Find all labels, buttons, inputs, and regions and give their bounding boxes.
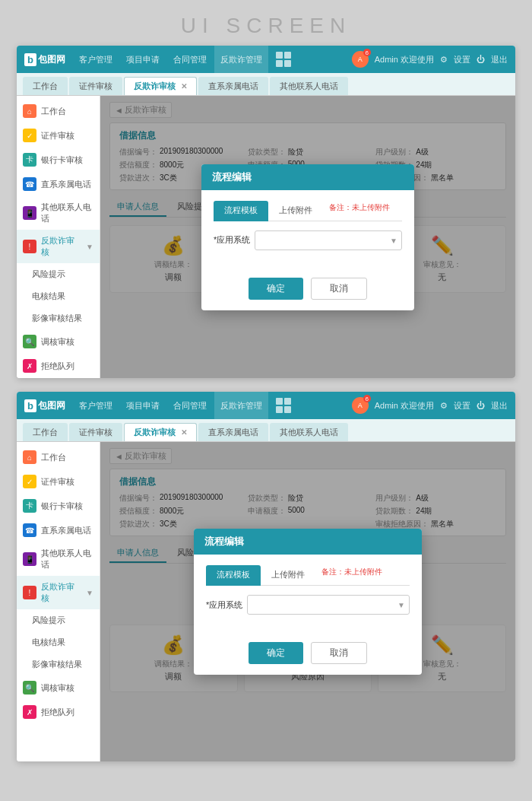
settings-icon-1[interactable]: ⚙ xyxy=(440,55,448,65)
sidebar2-icon-bank: 卡 xyxy=(23,499,36,513)
confirm-button-1[interactable]: 确定 xyxy=(249,278,303,300)
settings-label-1[interactable]: 设置 xyxy=(454,54,470,65)
modal-footer-2: 确定 取消 xyxy=(194,634,422,675)
top-nav-items-2: 客户管理 项目申请 合同管理 反欺诈管理 xyxy=(73,392,352,419)
sidebar2-family-phone[interactable]: ☎ 直系亲属电话 xyxy=(17,518,100,542)
logo-2: b 包图网 xyxy=(24,399,65,412)
sidebar-label-cert: 证件审核 xyxy=(41,130,74,141)
sidebar2-label-electric: 电核结果 xyxy=(32,637,65,648)
sidebar-item-image[interactable]: 影像审核结果 xyxy=(17,307,100,329)
nav-item-project[interactable]: 项目申请 xyxy=(120,46,166,73)
sidebar2-label-adjust: 调核审核 xyxy=(41,682,74,694)
sidebar-item-family-phone[interactable]: ☎ 直系亲属电话 xyxy=(17,172,100,196)
modal-tab-template[interactable]: 流程模板 xyxy=(214,201,268,221)
confirm-button-2[interactable]: 确定 xyxy=(249,642,303,664)
logout-label-1[interactable]: 退出 xyxy=(491,54,508,65)
sidebar2-icon-cert: ✓ xyxy=(23,475,36,488)
sidebar-label-family: 直系亲属电话 xyxy=(41,179,91,190)
sidebar-icon-reject: ✗ xyxy=(23,359,36,373)
tab2-cert[interactable]: 证件审核 xyxy=(69,423,122,441)
nav-item-fraud[interactable]: 反欺诈管理 xyxy=(214,46,268,73)
avatar-1: A6 xyxy=(352,51,369,68)
sidebar-item-risk[interactable]: 风险提示 xyxy=(17,263,100,285)
tab2-family[interactable]: 直系亲属电话 xyxy=(198,423,268,441)
tab-workbench-1[interactable]: 工作台 xyxy=(23,77,68,95)
tab-other-1[interactable]: 其他联系人电话 xyxy=(270,77,348,95)
sidebar-item-reject[interactable]: ✗ 拒绝队列 xyxy=(17,354,100,378)
panel-2: b 包图网 客户管理 项目申请 合同管理 反欺诈管理 A6 Admin 欢迎使用… xyxy=(17,392,515,761)
sidebar2-adjust[interactable]: 🔍 调核审核 xyxy=(17,675,100,700)
sidebar2-other-phone[interactable]: 📱 其他联系人电话 xyxy=(17,542,100,576)
grid-icon-1[interactable] xyxy=(276,52,291,67)
main-area-1: ⌂ 工作台 ✓ 证件审核 卡 银行卡审核 ☎ 直系亲属电话 📱 其他联系人电话 … xyxy=(17,96,515,378)
sidebar2-label-risk: 风险提示 xyxy=(32,615,65,626)
nav2-item-fraud[interactable]: 反欺诈管理 xyxy=(214,392,268,419)
sidebar2-icon-family: ☎ xyxy=(23,523,36,537)
sidebar2-cert[interactable]: ✓ 证件审核 xyxy=(17,469,100,494)
sidebar-item-electric[interactable]: 电核结果 xyxy=(17,285,100,307)
sidebar-item-other-phone[interactable]: 📱 其他联系人电话 xyxy=(17,196,100,230)
sidebar2-icon-workbench: ⌂ xyxy=(23,450,36,464)
sidebar-icon-other: 📱 xyxy=(23,206,36,220)
sidebar2-reject[interactable]: ✗ 拒绝队列 xyxy=(17,700,100,724)
tab2-other[interactable]: 其他联系人电话 xyxy=(270,423,348,441)
settings-label-2[interactable]: 设置 xyxy=(454,400,470,412)
modal2-tab-upload[interactable]: 上传附件 xyxy=(261,565,315,586)
nav-item-contract[interactable]: 合同管理 xyxy=(167,46,213,73)
sidebar2-image[interactable]: 影像审核结果 xyxy=(17,653,100,675)
settings-icon-2[interactable]: ⚙ xyxy=(440,401,448,411)
modal2-select-wrap: ▼ xyxy=(247,595,410,615)
cancel-button-2[interactable]: 取消 xyxy=(311,642,367,664)
modal-overlay-1: 流程编辑 流程模板 上传附件 备注：未上传附件 *应用系统 ▼ xyxy=(100,96,515,378)
page-content-2: ◄ 反欺诈审核 借据信息 借据编号： 201909180300000 贷款类型：… xyxy=(100,442,515,761)
modal-tab-upload[interactable]: 上传附件 xyxy=(268,201,323,221)
avatar-2: A6 xyxy=(352,397,369,414)
sidebar2-label-reject: 拒绝队列 xyxy=(41,707,74,718)
sidebar2-bank[interactable]: 卡 银行卡审核 xyxy=(17,494,100,518)
modal-field-2: *应用系统 ▼ xyxy=(206,595,410,615)
sidebar2-label-image: 影像审核结果 xyxy=(32,659,82,670)
logout-label-2[interactable]: 退出 xyxy=(491,400,508,412)
top-nav-1: b 包图网 客户管理 项目申请 合同管理 反欺诈管理 A6 Admin 欢迎使用… xyxy=(17,46,515,73)
admin-label-1: Admin 欢迎使用 xyxy=(375,54,434,65)
cancel-button-1[interactable]: 取消 xyxy=(311,278,367,300)
tab-close-1[interactable]: ✕ xyxy=(181,82,187,91)
modal-dialog-1: 流程编辑 流程模板 上传附件 备注：未上传附件 *应用系统 ▼ xyxy=(201,164,414,310)
sidebar-item-cert[interactable]: ✓ 证件审核 xyxy=(17,123,100,148)
nav2-item-contract[interactable]: 合同管理 xyxy=(167,392,213,419)
sidebar2-fraud-audit[interactable]: ! 反欺诈审核 ▼ xyxy=(17,576,100,609)
sidebar-label-electric: 电核结果 xyxy=(32,291,65,302)
sidebar2-workbench[interactable]: ⌂ 工作台 xyxy=(17,445,100,469)
modal-select-1[interactable] xyxy=(255,230,402,250)
nav-item-customer[interactable]: 客户管理 xyxy=(73,46,119,73)
tab-bar-1: 工作台 证件审核 反欺诈审核 ✕ 直系亲属电话 其他联系人电话 xyxy=(17,73,515,96)
badge-2: 6 xyxy=(363,395,371,402)
sidebar-2: ⌂ 工作台 ✓ 证件审核 卡 银行卡审核 ☎ 直系亲属电话 📱 其他联系人电话 … xyxy=(17,442,100,761)
sidebar-item-adjust[interactable]: 🔍 调核审核 xyxy=(17,329,100,354)
logout-icon-1[interactable]: ⏻ xyxy=(477,55,485,64)
sidebar-icon-fraud: ! xyxy=(23,240,36,253)
tab-cert-1[interactable]: 证件审核 xyxy=(69,77,122,95)
modal-overlay-2: 流程编辑 流程模板 上传附件 备注：未上传附件 *应用系统 ▼ xyxy=(100,442,515,761)
tab2-close[interactable]: ✕ xyxy=(181,428,187,437)
sidebar2-electric[interactable]: 电核结果 xyxy=(17,631,100,653)
sidebar-item-workbench[interactable]: ⌂ 工作台 xyxy=(17,99,100,123)
sidebar2-risk[interactable]: 风险提示 xyxy=(17,609,100,631)
sidebar-item-bank[interactable]: 卡 银行卡审核 xyxy=(17,148,100,172)
nav2-item-customer[interactable]: 客户管理 xyxy=(73,392,119,419)
sidebar-item-fraud-audit[interactable]: ! 反欺诈审核 ▼ xyxy=(17,230,100,263)
tab-family-1[interactable]: 直系亲属电话 xyxy=(198,77,268,95)
modal-header-2: 流程编辑 xyxy=(194,529,422,555)
modal2-tab-template[interactable]: 流程模板 xyxy=(206,565,261,586)
tab-fraud-1[interactable]: 反欺诈审核 ✕ xyxy=(124,77,197,95)
nav2-item-project[interactable]: 项目申请 xyxy=(120,392,166,419)
modal2-select[interactable] xyxy=(247,595,410,615)
sidebar-label-other: 其他联系人电话 xyxy=(41,202,93,224)
page-content-1: ◄ 反欺诈审核 借据信息 借据编号： 201909180300000 贷款类型：… xyxy=(100,96,515,378)
sidebar-arrow-fraud: ▼ xyxy=(86,243,93,251)
tab2-workbench[interactable]: 工作台 xyxy=(23,423,68,441)
logout-icon-2[interactable]: ⏻ xyxy=(477,401,485,410)
sidebar2-icon-adjust: 🔍 xyxy=(23,681,36,695)
grid-icon-2[interactable] xyxy=(276,398,291,413)
tab2-fraud[interactable]: 反欺诈审核 ✕ xyxy=(124,423,197,441)
